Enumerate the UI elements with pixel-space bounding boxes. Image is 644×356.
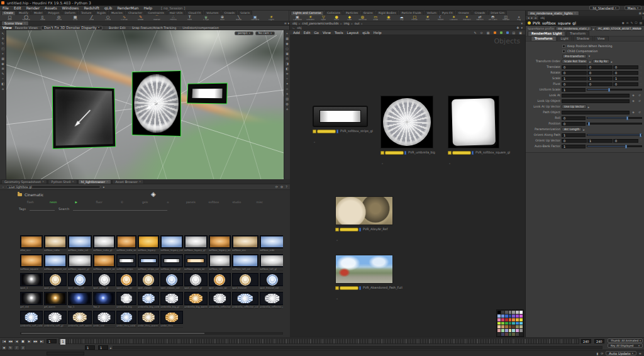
shelf-tool[interactable]: ⌒Bezier xyxy=(149,15,165,21)
node-input-flag[interactable] xyxy=(313,130,316,133)
gallery-item[interactable]: softbox_strips_col xyxy=(138,254,159,271)
gallery-item[interactable]: spot_auto_wr xyxy=(116,273,136,290)
network-canvas[interactable]: Objects PVR_softbox_strips_gl ▵ PVR_umbr… xyxy=(290,35,525,337)
node-input-flag[interactable] xyxy=(448,151,452,155)
palette-swatch[interactable] xyxy=(501,322,504,325)
palette-swatch[interactable] xyxy=(516,333,519,336)
gallery-item[interactable]: spot_classic xyxy=(138,273,159,290)
shelf-tab[interactable]: Cloud FX xyxy=(186,11,203,15)
node-input-flag[interactable] xyxy=(380,151,384,155)
gallery-item[interactable]: umbr_thru_warm xyxy=(138,311,159,328)
param-tab[interactable]: Transform xyxy=(566,31,589,36)
parameters-tab[interactable]: ms_rendersea_static_lights✕ xyxy=(527,11,579,15)
gallery-item[interactable]: spot_auto_col xyxy=(68,273,92,290)
range-start-field[interactable]: 1 xyxy=(85,345,95,350)
network-menu-item[interactable]: qLib xyxy=(362,31,370,35)
transport-button[interactable]: |◀ xyxy=(1,339,7,344)
tags-dropdown[interactable] xyxy=(30,207,55,211)
palette-swatch[interactable] xyxy=(516,314,519,318)
category-item[interactable]: misc xyxy=(248,201,271,204)
gallery-item[interactable]: spot_classic_wr xyxy=(209,273,231,290)
add-icon[interactable]: ✚ xyxy=(516,26,519,30)
gallery-item[interactable]: umbrella_reflector xyxy=(209,292,231,309)
palette-swatch[interactable] xyxy=(497,311,501,314)
blue-flag-chip[interactable] xyxy=(506,31,509,34)
undistort-toggle[interactable]: Undistort/compensation xyxy=(179,26,219,30)
display-option-icon[interactable]: ▣ xyxy=(286,52,289,55)
ladder-icon[interactable]: ⋮ xyxy=(640,71,642,74)
scale-y-field[interactable]: 1 xyxy=(587,77,613,81)
node-input-flag[interactable] xyxy=(335,228,339,231)
param-subtab[interactable]: Transform xyxy=(531,36,557,41)
display-option-icon[interactable]: ⌂ xyxy=(286,108,288,111)
shelf-tool[interactable]: ∴Points xyxy=(165,15,181,21)
node-input-flag[interactable] xyxy=(335,286,339,290)
gear-icon[interactable]: ⚙ xyxy=(280,185,283,189)
shelf-tab[interactable]: Constraints xyxy=(145,11,167,15)
shelf-tool[interactable]: ⊕Null xyxy=(214,15,230,21)
gallery-item[interactable]: softbox_strips xyxy=(116,254,136,271)
menu-item[interactable]: RenderMan xyxy=(117,6,138,10)
network-menu-item[interactable]: Help xyxy=(374,31,382,35)
palette-swatch[interactable] xyxy=(519,325,523,328)
param-subtab[interactable]: Light xyxy=(557,36,572,41)
translate-y-field[interactable]: 0 xyxy=(587,65,613,69)
palette-swatch[interactable] xyxy=(516,325,519,328)
node-display-flag[interactable] xyxy=(359,228,361,231)
shelf-tab[interactable]: Collisions xyxy=(325,11,343,15)
ladder-icon[interactable]: ⋮ xyxy=(640,139,642,142)
orient-up-x-field[interactable]: 0 xyxy=(562,139,587,143)
breadcrumb-item[interactable]: cnd_panoramicsetbuilds xyxy=(302,22,338,25)
shelf-tool[interactable]: ⇄Switch xyxy=(474,15,486,21)
gallery-item[interactable]: Top_1 xyxy=(68,292,92,309)
hamburger-icon[interactable]: ≡ xyxy=(639,352,641,355)
category-item[interactable]: neon xyxy=(42,201,64,204)
tab-scene-view[interactable]: Scene View✕ xyxy=(1,21,29,25)
gallery-diamond-icon[interactable]: ◈ xyxy=(151,191,156,197)
shelf-tab[interactable]: Rigids xyxy=(94,11,108,15)
category-item[interactable]: panels xyxy=(179,201,202,204)
gallery-item[interactable]: spot_1 xyxy=(20,273,43,290)
palette-swatch[interactable] xyxy=(501,333,504,336)
node-softbox-square[interactable]: PVR_softbox_square_gl ▵ xyxy=(448,96,510,167)
transport-button[interactable]: ◀◀ xyxy=(8,339,13,344)
gallery-item[interactable]: gel_warm xyxy=(44,292,67,309)
main-menu-selector[interactable]: Main▾ xyxy=(625,6,641,10)
menu-item[interactable]: Render xyxy=(26,6,40,10)
category-item[interactable]: ⌂ xyxy=(157,201,179,204)
shelf-tool[interactable]: ∿Curve xyxy=(116,15,132,21)
shelf-tool[interactable]: ◉Env xyxy=(382,15,395,21)
snap-feature-toggle[interactable]: Snap Feature/Attach Tracking xyxy=(129,26,176,30)
breadcrumb-item[interactable]: obj xyxy=(292,22,297,25)
node-body[interactable] xyxy=(317,130,336,133)
node-softbox-strips[interactable]: PVR_softbox_strips_gl ▵ xyxy=(313,106,373,145)
shelf-tab[interactable]: Volumes xyxy=(204,11,221,15)
pivot-x-field[interactable]: 0 xyxy=(562,82,587,86)
op-chooser-icon[interactable]: ◈ xyxy=(631,94,636,97)
display-option-icon[interactable]: ⊡ xyxy=(286,57,288,60)
path-object-field[interactable] xyxy=(562,111,630,114)
category-item[interactable]: softbox xyxy=(203,201,225,204)
child-compensation-checkbox[interactable] xyxy=(562,50,565,53)
gallery-item[interactable]: gel_std xyxy=(20,292,43,309)
viewport-tool-icon[interactable]: ◰ xyxy=(1,47,4,50)
gallery-item[interactable]: umbrella_big xyxy=(116,292,136,309)
gallery-item[interactable]: softbox_strips_wr xyxy=(184,254,208,271)
palette-swatch[interactable] xyxy=(505,311,508,314)
gallery-item[interactable]: umbr_thru_cold xyxy=(116,311,136,328)
transport-button[interactable]: ▶▶ xyxy=(33,339,38,344)
palette-swatch[interactable] xyxy=(516,311,519,314)
shelf-tab[interactable]: Lights and Cameras xyxy=(291,11,324,15)
category-item[interactable]: fluor xyxy=(87,201,110,204)
viewport-tool-icon[interactable]: ⌂ xyxy=(2,87,4,91)
shelf-tab[interactable]: Vellum xyxy=(425,11,439,15)
snap-icon[interactable]: ⊙ xyxy=(480,31,483,35)
translate-z-field[interactable]: 0 xyxy=(613,65,638,69)
shelf-tab[interactable]: Create xyxy=(1,11,16,15)
palette-swatch[interactable] xyxy=(519,314,523,318)
gallery-item[interactable]: softbox_side xyxy=(260,235,283,252)
category-item[interactable]: studio xyxy=(225,201,248,204)
gallery-hscrollbar[interactable] xyxy=(20,332,283,335)
transport-button[interactable]: ◀ xyxy=(14,339,19,344)
shelf-tab[interactable]: Grains xyxy=(361,11,375,15)
